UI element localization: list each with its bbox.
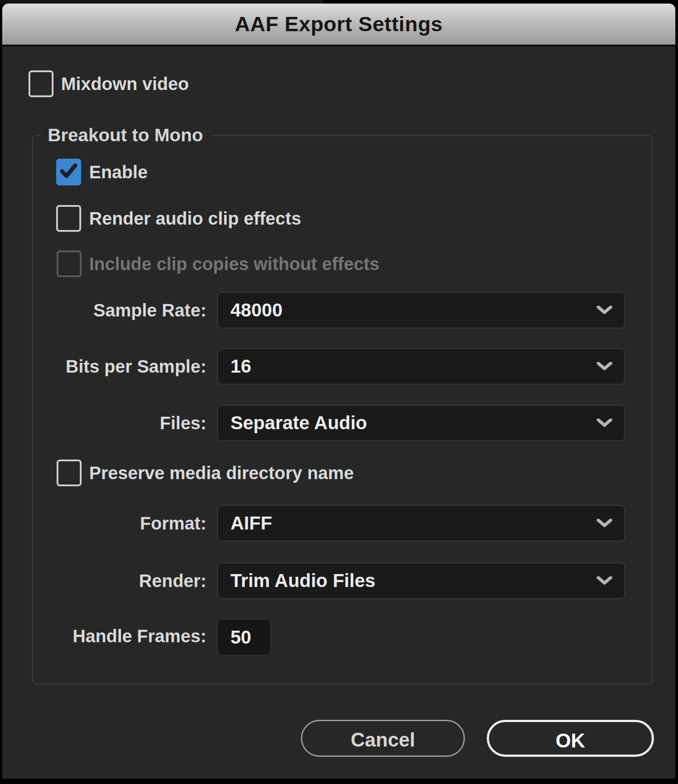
chevron-down-icon xyxy=(596,362,612,371)
mixdown-video-label: Mixdown video xyxy=(61,70,189,97)
include-clip-copies-label: Include clip copies without effects xyxy=(89,250,379,277)
sample-rate-dropdown[interactable]: 48000 xyxy=(217,292,625,328)
handle-frames-label: Handle Frames: xyxy=(29,618,206,654)
mixdown-video-checkbox[interactable] xyxy=(29,70,53,97)
render-dropdown[interactable]: Trim Audio Files xyxy=(217,562,625,599)
bits-per-sample-dropdown[interactable]: 16 xyxy=(217,348,625,385)
chevron-down-icon xyxy=(596,306,612,315)
files-dropdown[interactable]: Separate Audio xyxy=(217,405,625,441)
render-label: Render: xyxy=(29,562,206,599)
preserve-media-directory-label: Preserve media directory name xyxy=(89,460,354,486)
format-dropdown[interactable]: AIFF xyxy=(217,505,625,542)
chevron-down-icon xyxy=(596,519,612,528)
enable-label: Enable xyxy=(89,159,148,185)
dialog-titlebar[interactable]: AAF Export Settings xyxy=(2,4,675,46)
ok-button[interactable]: OK xyxy=(487,720,654,757)
chevron-down-icon xyxy=(596,576,612,585)
format-label: Format: xyxy=(29,505,206,542)
sample-rate-label: Sample Rate: xyxy=(29,292,206,328)
cancel-button[interactable]: Cancel xyxy=(301,720,465,757)
bits-per-sample-value: 16 xyxy=(230,349,251,384)
enable-checkbox[interactable] xyxy=(56,159,81,185)
handle-frames-value: 50 xyxy=(230,620,251,655)
files-label: Files: xyxy=(29,405,206,441)
handle-frames-input[interactable]: 50 xyxy=(217,619,271,656)
check-icon xyxy=(59,162,78,180)
dialog-title: AAF Export Settings xyxy=(2,4,675,45)
files-value: Separate Audio xyxy=(230,406,367,440)
preserve-media-directory-checkbox[interactable] xyxy=(57,460,82,486)
aaf-export-settings-dialog: AAF Export Settings Mixdown video Breako… xyxy=(2,4,675,779)
sample-rate-value: 48000 xyxy=(230,293,283,328)
screenshot-root: AAF Export Settings Mixdown video Breako… xyxy=(0,0,678,784)
include-clip-copies-checkbox xyxy=(57,250,82,277)
render-value: Trim Audio Files xyxy=(230,563,375,598)
render-audio-clip-effects-checkbox[interactable] xyxy=(56,205,81,232)
chevron-down-icon xyxy=(596,419,612,427)
render-audio-clip-effects-label: Render audio clip effects xyxy=(89,205,301,232)
bits-per-sample-label: Bits per Sample: xyxy=(29,348,206,385)
breakout-to-mono-legend: Breakout to Mono xyxy=(41,125,210,145)
format-value: AIFF xyxy=(230,506,272,541)
